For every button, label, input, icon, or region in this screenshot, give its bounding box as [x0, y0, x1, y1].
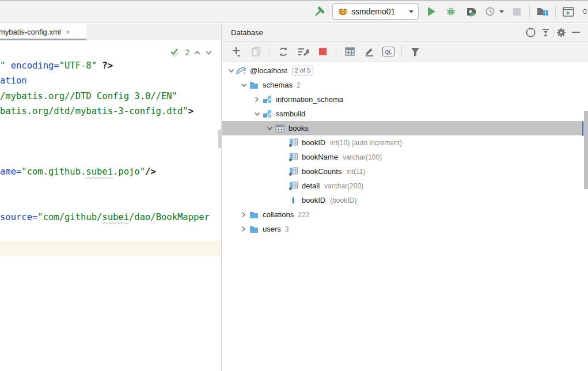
- tree-row-books-selected[interactable]: books: [222, 121, 588, 135]
- tree-row-column-bookname[interactable]: bookName varchar(100): [222, 150, 588, 164]
- tree-label: collations: [263, 210, 294, 219]
- chevron-down-icon[interactable]: [226, 66, 236, 75]
- profiler-icon[interactable]: [483, 5, 497, 18]
- schema-icon: [262, 109, 272, 119]
- chevron-right-icon[interactable]: [252, 95, 262, 104]
- run-with-coverage-icon[interactable]: [464, 5, 477, 18]
- run-button[interactable]: [424, 5, 438, 18]
- chevron-down-icon: [409, 10, 414, 13]
- stop-icon[interactable]: [316, 46, 329, 58]
- panel-title: Database: [231, 28, 263, 37]
- tree-row-column-bookcounts[interactable]: bookCounts int(11): [222, 164, 588, 179]
- code-line: ation: [0, 73, 27, 88]
- tree-label: detail: [302, 181, 320, 190]
- tree-label: bookCounts: [302, 167, 342, 176]
- database-panel-header[interactable]: Database: [222, 24, 588, 41]
- tab-title: mybatis-config.xml: [0, 28, 61, 36]
- tree-row-column-bookid[interactable]: bookID int(10) (auto increment): [222, 135, 588, 150]
- build-hammer-icon[interactable]: [313, 5, 327, 18]
- code-line: /mybatis.org//DTD Config 3.0//EN": [0, 89, 177, 104]
- tree-row-information-schema[interactable]: information_schema: [222, 92, 588, 107]
- tree-row-users[interactable]: users 3: [222, 222, 588, 236]
- collapse-all-icon[interactable]: [538, 26, 553, 39]
- clipped-toolbar-icon[interactable]: [581, 5, 587, 18]
- toolbar-separator: [401, 46, 402, 58]
- tree-row-schemas[interactable]: schemas 2: [222, 78, 588, 92]
- editor-tab-bar: mybatis-config.xml ×: [0, 24, 222, 40]
- column-icon: [288, 167, 298, 176]
- tomcat-icon: [337, 6, 348, 17]
- column-type: varchar(100): [343, 153, 382, 161]
- column-type: int(10) (auto increment): [330, 139, 402, 147]
- toolbar-separator: [555, 5, 556, 18]
- toolbar-separator: [270, 46, 270, 58]
- tree-label: bookID: [302, 138, 325, 147]
- item-count: 2: [297, 81, 301, 89]
- tab-close-icon[interactable]: ×: [66, 28, 70, 36]
- tab-mybatis-config[interactable]: mybatis-config.xml ×: [0, 24, 86, 40]
- run-configuration-label: ssmdemo01: [351, 7, 395, 16]
- column-type: varchar(200): [324, 182, 363, 190]
- hide-panel-minus-icon[interactable]: [568, 26, 583, 39]
- code-line: " encoding="UTF-8" ?>: [0, 58, 113, 73]
- tree-row-localhost[interactable]: @localhost 2 of 5: [222, 63, 588, 78]
- refresh-icon[interactable]: [277, 46, 290, 58]
- database-tree: @localhost 2 of 5 schemas 2 information_…: [222, 63, 588, 371]
- chevron-right-icon[interactable]: [238, 225, 249, 234]
- chevron-down-icon[interactable]: [264, 124, 275, 133]
- project-structure-icon[interactable]: [536, 5, 549, 18]
- tree-label: @localhost: [250, 66, 287, 75]
- column-icon: [288, 138, 298, 147]
- folder-icon: [249, 210, 259, 219]
- code-line: source="com/github/subei/dao/BookMapper: [0, 210, 210, 225]
- debug-bug-icon[interactable]: [444, 5, 458, 18]
- ide-window: ssmdemo01 mybatis-config.xml: [0, 0, 588, 371]
- editor-scrollbar-thumb[interactable]: [218, 130, 221, 148]
- profiler-chevron-icon[interactable]: [499, 10, 504, 13]
- table-data-icon[interactable]: [343, 46, 356, 58]
- inspections-widget[interactable]: 2: [170, 46, 213, 59]
- code-area[interactable]: " encoding="UTF-8" ?> ation /mybatis.org…: [0, 40, 222, 371]
- index-columns: (bookID): [330, 196, 356, 205]
- tree-row-index-bookid[interactable]: i bookID (bookID): [222, 193, 588, 207]
- tree-label: information_schema: [276, 95, 343, 104]
- data-source-properties-icon[interactable]: [297, 46, 309, 58]
- item-count: 3: [285, 225, 289, 233]
- run-configuration-select[interactable]: ssmdemo01: [332, 3, 419, 20]
- prev-problem-chevron-icon[interactable]: [194, 50, 201, 55]
- add-data-source-icon[interactable]: [230, 46, 243, 58]
- database-toolbar: QL: [222, 41, 588, 62]
- tree-label: bookName: [302, 153, 338, 161]
- query-console-icon[interactable]: QL: [382, 47, 394, 56]
- column-icon: [288, 181, 298, 191]
- tree-row-collations[interactable]: collations 222: [222, 207, 588, 222]
- next-problem-chevron-icon[interactable]: [205, 50, 213, 55]
- chevron-down-icon[interactable]: [252, 109, 262, 119]
- folder-icon: [249, 81, 259, 90]
- filter-funnel-icon[interactable]: [409, 46, 422, 58]
- schema-icon: [262, 95, 272, 104]
- chevron-down-icon[interactable]: [238, 81, 249, 90]
- tree-row-column-detail[interactable]: detail varchar(200): [222, 179, 588, 193]
- caret-line-highlight: [0, 241, 222, 256]
- mysql-dolphin-icon: [236, 66, 246, 75]
- tree-row-ssmbuild[interactable]: ssmbuild: [222, 107, 588, 121]
- chevron-right-icon[interactable]: [238, 210, 249, 219]
- code-line: batis.org/dtd/mybatis-3-config.dtd">: [0, 104, 194, 119]
- tree-label: schemas: [263, 81, 293, 89]
- checkmarks-icon: [170, 48, 181, 57]
- run-anything-window-icon[interactable]: [562, 5, 575, 18]
- locate-target-icon[interactable]: [523, 26, 538, 39]
- index-icon: i: [288, 196, 298, 205]
- editor-pane: mybatis-config.xml × " encoding="UTF-8" …: [0, 24, 222, 371]
- tree-label: bookID: [302, 196, 325, 205]
- edit-pencil-icon[interactable]: [363, 46, 375, 58]
- code-line: ame="com.github.subei.pojo"/>: [0, 164, 156, 179]
- query-console-label: QL: [385, 49, 392, 55]
- column-icon: [288, 153, 298, 162]
- tree-label: users: [263, 225, 281, 233]
- folder-icon: [249, 225, 259, 234]
- database-scrollbar-thumb[interactable]: [584, 111, 588, 189]
- selection-scroll-marker: [582, 122, 583, 136]
- gear-icon[interactable]: [553, 26, 568, 39]
